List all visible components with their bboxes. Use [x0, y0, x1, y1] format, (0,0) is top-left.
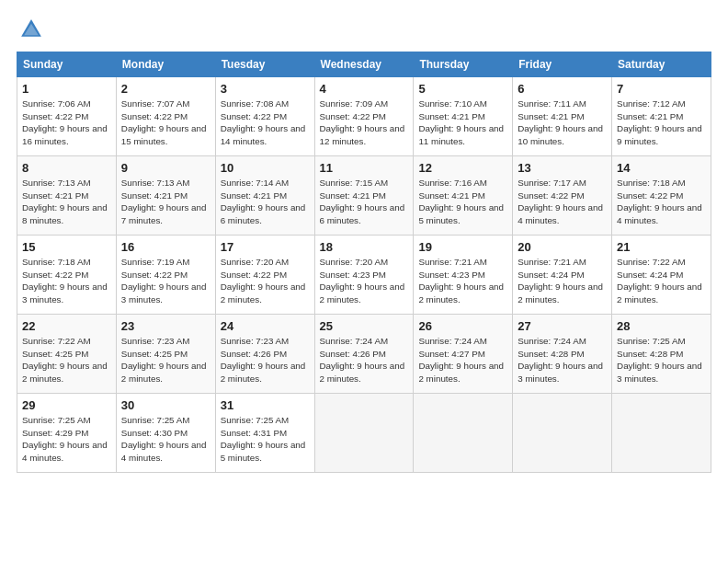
calendar-day-cell [414, 394, 513, 473]
dow-header: Thursday [414, 52, 513, 77]
dow-header: Saturday [612, 52, 711, 77]
day-detail: Sunrise: 7:06 AMSunset: 4:22 PMDaylight:… [22, 98, 111, 147]
calendar-day-cell: 28Sunrise: 7:25 AMSunset: 4:28 PMDayligh… [612, 315, 711, 394]
calendar-day-cell: 6Sunrise: 7:11 AMSunset: 4:21 PMDaylight… [513, 77, 612, 156]
calendar-day-cell: 11Sunrise: 7:15 AMSunset: 4:21 PMDayligh… [314, 156, 414, 236]
day-detail: Sunrise: 7:25 AMSunset: 4:28 PMDaylight:… [617, 335, 706, 385]
calendar-day-cell: 26Sunrise: 7:24 AMSunset: 4:27 PMDayligh… [414, 315, 513, 394]
day-detail: Sunrise: 7:10 AMSunset: 4:21 PMDaylight:… [418, 98, 507, 147]
day-number: 5 [418, 82, 507, 96]
calendar-day-cell: 23Sunrise: 7:23 AMSunset: 4:25 PMDayligh… [116, 315, 215, 394]
calendar-week-row: 29Sunrise: 7:25 AMSunset: 4:29 PMDayligh… [17, 394, 711, 473]
day-detail: Sunrise: 7:11 AMSunset: 4:21 PMDaylight:… [518, 98, 607, 147]
day-number: 17 [221, 240, 310, 254]
calendar-day-cell: 16Sunrise: 7:19 AMSunset: 4:22 PMDayligh… [116, 236, 215, 315]
calendar-day-cell [314, 394, 414, 473]
calendar-day-cell: 24Sunrise: 7:23 AMSunset: 4:26 PMDayligh… [215, 315, 314, 394]
day-number: 18 [320, 240, 409, 254]
day-detail: Sunrise: 7:13 AMSunset: 4:21 PMDaylight:… [121, 177, 210, 226]
calendar-day-cell: 9Sunrise: 7:13 AMSunset: 4:21 PMDaylight… [116, 156, 215, 236]
day-number: 31 [221, 398, 310, 412]
calendar-day-cell: 18Sunrise: 7:20 AMSunset: 4:23 PMDayligh… [314, 236, 414, 315]
day-number: 6 [518, 82, 607, 96]
day-detail: Sunrise: 7:24 AMSunset: 4:28 PMDaylight:… [518, 335, 607, 385]
calendar-day-cell: 17Sunrise: 7:20 AMSunset: 4:22 PMDayligh… [215, 236, 314, 315]
day-number: 13 [518, 161, 607, 175]
day-number: 28 [617, 319, 706, 333]
day-detail: Sunrise: 7:25 AMSunset: 4:31 PMDaylight:… [221, 414, 310, 464]
day-number: 3 [221, 82, 310, 96]
calendar-day-cell: 15Sunrise: 7:18 AMSunset: 4:22 PMDayligh… [17, 236, 117, 315]
day-number: 20 [518, 240, 607, 254]
calendar-week-row: 1Sunrise: 7:06 AMSunset: 4:22 PMDaylight… [17, 77, 711, 156]
day-number: 15 [22, 240, 111, 254]
calendar-day-cell: 27Sunrise: 7:24 AMSunset: 4:28 PMDayligh… [513, 315, 612, 394]
day-detail: Sunrise: 7:18 AMSunset: 4:22 PMDaylight:… [617, 177, 706, 226]
day-number: 1 [22, 82, 111, 96]
header [17, 17, 711, 46]
day-detail: Sunrise: 7:15 AMSunset: 4:21 PMDaylight:… [320, 177, 409, 226]
day-detail: Sunrise: 7:07 AMSunset: 4:22 PMDaylight:… [121, 98, 210, 147]
day-number: 21 [617, 240, 706, 254]
day-number: 26 [418, 319, 507, 333]
calendar-day-cell: 5Sunrise: 7:10 AMSunset: 4:21 PMDaylight… [414, 77, 513, 156]
calendar-day-cell [612, 394, 711, 473]
calendar-day-cell: 29Sunrise: 7:25 AMSunset: 4:29 PMDayligh… [17, 394, 117, 473]
calendar-day-cell: 2Sunrise: 7:07 AMSunset: 4:22 PMDaylight… [116, 77, 215, 156]
day-number: 25 [320, 319, 409, 333]
day-number: 22 [22, 319, 111, 333]
calendar-day-cell: 12Sunrise: 7:16 AMSunset: 4:21 PMDayligh… [414, 156, 513, 236]
calendar-day-cell: 20Sunrise: 7:21 AMSunset: 4:24 PMDayligh… [513, 236, 612, 315]
calendar-day-cell: 3Sunrise: 7:08 AMSunset: 4:22 PMDaylight… [215, 77, 314, 156]
day-detail: Sunrise: 7:25 AMSunset: 4:29 PMDaylight:… [22, 414, 111, 464]
day-detail: Sunrise: 7:24 AMSunset: 4:26 PMDaylight:… [320, 335, 409, 385]
day-number: 24 [221, 319, 310, 333]
day-detail: Sunrise: 7:14 AMSunset: 4:21 PMDaylight:… [221, 177, 310, 226]
day-detail: Sunrise: 7:16 AMSunset: 4:21 PMDaylight:… [418, 177, 507, 226]
calendar-week-row: 15Sunrise: 7:18 AMSunset: 4:22 PMDayligh… [17, 236, 711, 315]
day-detail: Sunrise: 7:25 AMSunset: 4:30 PMDaylight:… [121, 414, 210, 464]
day-number: 23 [121, 319, 210, 333]
day-number: 10 [221, 161, 310, 175]
day-detail: Sunrise: 7:09 AMSunset: 4:22 PMDaylight:… [320, 98, 409, 147]
day-number: 4 [320, 82, 409, 96]
day-detail: Sunrise: 7:22 AMSunset: 4:25 PMDaylight:… [22, 335, 111, 385]
day-of-week-row: SundayMondayTuesdayWednesdayThursdayFrid… [17, 52, 711, 77]
dow-header: Tuesday [215, 52, 314, 77]
day-detail: Sunrise: 7:08 AMSunset: 4:22 PMDaylight:… [221, 98, 310, 147]
day-detail: Sunrise: 7:24 AMSunset: 4:27 PMDaylight:… [418, 335, 507, 385]
calendar-day-cell: 30Sunrise: 7:25 AMSunset: 4:30 PMDayligh… [116, 394, 215, 473]
calendar-day-cell [513, 394, 612, 473]
calendar-week-row: 8Sunrise: 7:13 AMSunset: 4:21 PMDaylight… [17, 156, 711, 236]
day-detail: Sunrise: 7:12 AMSunset: 4:21 PMDaylight:… [617, 98, 706, 147]
calendar-body: 1Sunrise: 7:06 AMSunset: 4:22 PMDaylight… [17, 77, 711, 473]
calendar-day-cell: 13Sunrise: 7:17 AMSunset: 4:22 PMDayligh… [513, 156, 612, 236]
day-number: 9 [121, 161, 210, 175]
calendar-day-cell: 31Sunrise: 7:25 AMSunset: 4:31 PMDayligh… [215, 394, 314, 473]
day-detail: Sunrise: 7:17 AMSunset: 4:22 PMDaylight:… [518, 177, 607, 226]
dow-header: Monday [116, 52, 215, 77]
day-detail: Sunrise: 7:20 AMSunset: 4:23 PMDaylight:… [320, 256, 409, 305]
day-number: 19 [418, 240, 507, 254]
calendar-day-cell: 14Sunrise: 7:18 AMSunset: 4:22 PMDayligh… [612, 156, 711, 236]
calendar-week-row: 22Sunrise: 7:22 AMSunset: 4:25 PMDayligh… [17, 315, 711, 394]
dow-header: Friday [513, 52, 612, 77]
logo-icon [18, 17, 44, 42]
logo [17, 17, 46, 46]
day-detail: Sunrise: 7:19 AMSunset: 4:22 PMDaylight:… [121, 256, 210, 305]
day-number: 30 [121, 398, 210, 412]
day-number: 27 [518, 319, 607, 333]
day-detail: Sunrise: 7:21 AMSunset: 4:23 PMDaylight:… [418, 256, 507, 305]
day-detail: Sunrise: 7:13 AMSunset: 4:21 PMDaylight:… [22, 177, 111, 226]
day-number: 12 [418, 161, 507, 175]
dow-header: Wednesday [314, 52, 414, 77]
day-number: 29 [22, 398, 111, 412]
calendar-day-cell: 1Sunrise: 7:06 AMSunset: 4:22 PMDaylight… [17, 77, 117, 156]
day-number: 7 [617, 82, 706, 96]
day-number: 2 [121, 82, 210, 96]
calendar-day-cell: 25Sunrise: 7:24 AMSunset: 4:26 PMDayligh… [314, 315, 414, 394]
calendar-day-cell: 19Sunrise: 7:21 AMSunset: 4:23 PMDayligh… [414, 236, 513, 315]
calendar-day-cell: 22Sunrise: 7:22 AMSunset: 4:25 PMDayligh… [17, 315, 117, 394]
calendar-table: SundayMondayTuesdayWednesdayThursdayFrid… [17, 52, 711, 473]
day-detail: Sunrise: 7:22 AMSunset: 4:24 PMDaylight:… [617, 256, 706, 305]
